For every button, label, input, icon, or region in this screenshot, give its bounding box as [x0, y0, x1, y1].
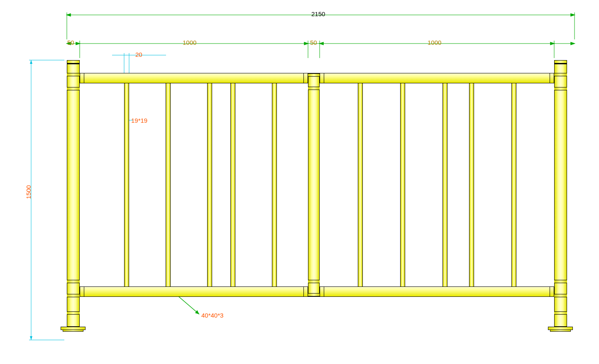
arrow-icon	[304, 42, 308, 45]
bracket	[550, 73, 554, 83]
arrow-icon	[195, 310, 199, 314]
dim-value-rail-size: 40*40*3	[201, 312, 223, 319]
bracket	[303, 73, 308, 83]
bracket	[80, 286, 84, 297]
bracket	[303, 286, 308, 297]
arrow-icon	[550, 42, 554, 45]
post-foot-right	[550, 330, 571, 332]
rail-bottom-right	[320, 286, 554, 297]
arrow-icon	[76, 42, 80, 45]
picket	[469, 83, 474, 286]
post-band	[67, 87, 80, 90]
bracket	[80, 73, 84, 83]
rail-top-left	[80, 73, 308, 83]
picket	[166, 83, 171, 286]
bracket	[550, 286, 554, 297]
dim-value-picket-20: 20	[135, 51, 142, 58]
picket	[124, 83, 129, 286]
post-left	[67, 63, 80, 327]
drawing-canvas: 2150 50 1000 50 1000 20 19*19 1500 40*40…	[0, 0, 599, 364]
dimension-overlay	[0, 0, 599, 364]
arrow-icon	[30, 336, 32, 340]
post-band	[67, 311, 80, 315]
arrow-icon	[30, 60, 32, 64]
arrow-icon	[571, 42, 575, 45]
dim-value-mid-post: 50	[310, 39, 317, 46]
post-band	[67, 73, 80, 76]
post-band	[554, 87, 567, 90]
dim-value-span-2: 1000	[428, 39, 441, 46]
dim-value-post-left: 50	[67, 39, 74, 46]
picket	[443, 83, 447, 286]
dim-value-span-1: 1000	[183, 39, 196, 46]
dim-value-overall-width: 2150	[311, 10, 325, 17]
post-band	[67, 280, 80, 283]
post-band	[308, 87, 320, 90]
post-middle	[308, 73, 320, 297]
post-band	[554, 294, 567, 297]
post-band	[308, 73, 320, 77]
post-band	[67, 294, 80, 297]
post-base-left	[61, 327, 86, 330]
post-right	[554, 63, 567, 327]
arrow-icon	[67, 14, 71, 16]
post-base-right	[548, 327, 573, 330]
arrow-icon	[320, 42, 323, 45]
post-cap-right	[554, 60, 567, 63]
picket	[230, 83, 235, 286]
picket	[511, 83, 516, 286]
picket	[207, 83, 212, 286]
dim-value-height: 1500	[25, 185, 32, 199]
picket	[358, 83, 363, 286]
arrow-icon	[571, 14, 575, 16]
post-foot-left	[63, 330, 83, 332]
post-band	[554, 280, 567, 283]
post-band	[308, 280, 320, 283]
rail-top-right	[320, 73, 554, 83]
post-band	[554, 73, 567, 76]
rail-bottom-left	[80, 286, 308, 297]
bracket	[320, 286, 324, 297]
post-band	[554, 311, 567, 315]
picket	[400, 83, 405, 286]
post-band	[308, 293, 320, 296]
picket	[272, 83, 277, 286]
post-cap-left	[67, 60, 80, 63]
dim-value-picket-detail: 19*19	[131, 117, 147, 124]
bracket	[320, 73, 324, 83]
